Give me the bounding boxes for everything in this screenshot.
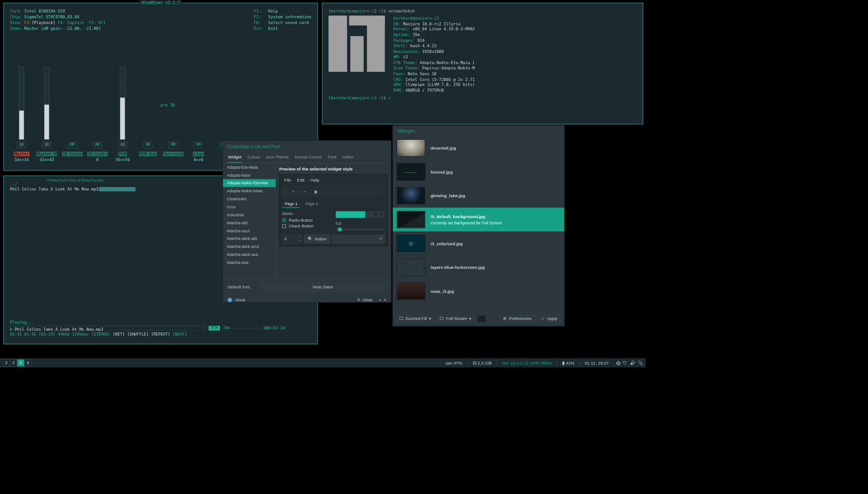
alsamixer-info-right: F1: Help F2: System information F6: Sele… bbox=[254, 8, 311, 32]
lx-check-button[interactable]: Check Button bbox=[282, 224, 331, 228]
manjaro-logo bbox=[329, 16, 385, 72]
lx-menu-file[interactable]: File bbox=[284, 178, 291, 183]
wallpaper-filename: layers-blue-lockscreen.jpg bbox=[430, 265, 485, 270]
tray-icon[interactable]: 📎 bbox=[638, 360, 643, 365]
channel-values: 56<>56 bbox=[112, 158, 134, 162]
forward-icon[interactable]: → bbox=[301, 188, 308, 195]
nitrogen-item[interactable]: layers-blue-lockscreen.jpg bbox=[393, 255, 564, 279]
clock: 01.11. 18:27 bbox=[585, 360, 609, 365]
channel-name: 3D Contr bbox=[87, 152, 108, 156]
lx-tab-mouse-cursor[interactable]: Mouse Cursor bbox=[294, 153, 323, 163]
lx-slider[interactable] bbox=[336, 228, 385, 230]
wallpaper-filename: i3_default_background.jpg bbox=[430, 214, 502, 219]
lx-spinbox[interactable]: ▴▾ bbox=[282, 235, 302, 243]
lx-demo-combo[interactable] bbox=[332, 235, 385, 243]
back-icon[interactable]: ← bbox=[290, 188, 297, 195]
display-icon: 🖵 bbox=[440, 316, 444, 321]
search-icon: 🔍 bbox=[308, 236, 313, 241]
lx-title: Customise Look and Feel bbox=[223, 141, 391, 150]
lx-theme-item[interactable]: Clearlooks bbox=[223, 195, 276, 203]
workspace-4[interactable]: 4 bbox=[17, 359, 24, 366]
wallpaper-subtitle: Currently set background for Full Screen bbox=[430, 220, 502, 225]
lx-theme-item[interactable]: Adapta-Eta-Maia bbox=[223, 163, 276, 171]
lx-tab-other[interactable]: Other bbox=[342, 153, 354, 163]
nitrogen-preferences-button[interactable]: ⚙Preferences bbox=[499, 315, 535, 323]
nitrogen-item[interactable]: deserted.jpg bbox=[393, 136, 564, 160]
lx-theme-item[interactable]: Adapta-Nokto-Maia bbox=[223, 187, 276, 195]
channel-3D Contr[interactable]: MM3D Contr bbox=[61, 60, 83, 163]
lx-theme-item[interactable]: Adapta-Maia bbox=[223, 171, 276, 179]
channel-name: PCM bbox=[118, 152, 127, 156]
lx-font-button[interactable]: Noto Sans bbox=[260, 282, 387, 292]
lx-preview-toolbar: ← → ◉ bbox=[282, 186, 385, 197]
lx-close-button[interactable]: ✕Close bbox=[357, 298, 373, 302]
nitrogen-apply-button[interactable]: ✓Apply bbox=[538, 315, 561, 323]
lx-theme-item[interactable]: Crux bbox=[223, 203, 276, 211]
lx-menu-help[interactable]: Help bbox=[310, 178, 319, 183]
terminal-prompt-line: [bernhard@manjaro-i3 ~]$ screenfetch bbox=[329, 8, 637, 14]
wallpaper-thumbnail bbox=[397, 139, 425, 157]
nitrogen-bgcolor[interactable] bbox=[477, 315, 486, 322]
wallpaper-thumbnail bbox=[397, 211, 425, 228]
lx-demo-button[interactable]: 🔍button bbox=[304, 235, 330, 243]
channel-name: 3D Contr bbox=[62, 152, 82, 156]
channel-Master[interactable]: OOMaster34<>34 bbox=[11, 60, 32, 163]
workspace-8[interactable]: 8 bbox=[24, 359, 32, 366]
lx-theme-item[interactable]: Matcha-dark-azul bbox=[223, 243, 276, 251]
nitrogen-item[interactable]: future2.jpg bbox=[393, 160, 564, 184]
tray-icon[interactable]: 🛡 bbox=[623, 360, 627, 365]
ram-icon: ⊟ bbox=[473, 360, 476, 365]
nitrogen-item[interactable]: glowing_lake.jpg bbox=[393, 184, 564, 208]
chevron-down-icon[interactable]: ▾ bbox=[297, 239, 302, 243]
lx-tab-widget[interactable]: Widget bbox=[227, 153, 242, 163]
channel-name: Surround bbox=[163, 152, 183, 156]
lx-theme-item[interactable]: Matcha-dark-sea bbox=[223, 251, 276, 259]
stop-icon[interactable]: ◉ bbox=[312, 188, 320, 195]
channel-PCM Out[interactable]: MMPCM Out bbox=[137, 60, 159, 163]
lx-radio-button[interactable]: Radio Button bbox=[282, 218, 331, 223]
lx-tabs: WidgetColourIcon ThemeMouse CursorFontOt… bbox=[223, 151, 391, 163]
workspace-3[interactable]: 3 bbox=[10, 359, 17, 366]
nitrogen-item[interactable]: i3_solarized.jpg bbox=[393, 231, 564, 255]
channel-Surround[interactable]: MMSurround bbox=[162, 60, 184, 163]
lx-tab-font[interactable]: Font bbox=[327, 153, 337, 163]
gear-icon: ⚙ bbox=[503, 316, 507, 321]
lx-theme-item[interactable]: Matcha-aliz bbox=[223, 219, 276, 227]
channel-Master M[interactable]: OOMaster M43<>43 bbox=[36, 60, 58, 163]
battery-status: ▮ 41% bbox=[562, 360, 574, 365]
lx-menu-edit[interactable]: Edit bbox=[297, 178, 304, 183]
nitrogen-item[interactable]: i3_default_background.jpgCurrently set b… bbox=[393, 207, 564, 231]
channel-state: MM bbox=[169, 142, 178, 148]
channel-state: OO bbox=[118, 142, 127, 148]
nitrogen-mode-dropdown[interactable]: 🖵Zoomed Fill▾ bbox=[396, 315, 434, 323]
channel-values: 0<>0 bbox=[187, 158, 209, 162]
chevron-up-icon[interactable]: ▴ bbox=[297, 235, 302, 239]
tray-icon[interactable]: 🔊 bbox=[630, 360, 635, 365]
lx-theme-item[interactable]: Matcha-dark-aliz bbox=[223, 235, 276, 243]
lx-theme-item[interactable]: Matcha-sea bbox=[223, 259, 276, 267]
lx-theme-item[interactable]: Industrial bbox=[223, 211, 276, 219]
lx-theme-item[interactable]: Matcha-azul bbox=[223, 227, 276, 235]
channel-values: 34<>34 bbox=[11, 158, 32, 162]
workspace-2[interactable]: 2 bbox=[3, 359, 10, 366]
lx-page-tab-2[interactable]: Page 2 bbox=[303, 200, 320, 208]
wallpaper-thumbnail bbox=[397, 187, 425, 204]
lx-theme-item[interactable]: Adapta-Nokto-Eta-Mai bbox=[223, 179, 276, 187]
channel-PCM[interactable]: OOPCM56<>56 bbox=[112, 60, 134, 163]
battery-icon: ▮ bbox=[562, 360, 564, 365]
workspace-switcher: 2348 bbox=[3, 359, 32, 366]
lx-tab-colour[interactable]: Colour bbox=[247, 153, 261, 163]
wallpaper-filename: future2.jpg bbox=[430, 170, 453, 174]
lx-about-button[interactable]: iAbout bbox=[227, 298, 245, 302]
wallpaper-filename: i3_solarized.jpg bbox=[430, 241, 463, 246]
lx-page-tab-1[interactable]: Page 1 bbox=[282, 200, 300, 208]
nitrogen-screen-dropdown[interactable]: 🖵Full Screen▾ bbox=[437, 315, 475, 323]
nitrogen-item[interactable]: maia_i3.jpg bbox=[393, 279, 564, 303]
channel-3D Contr[interactable]: MM3D Contr0 bbox=[86, 60, 108, 163]
lx-tab-icon-theme[interactable]: Icon Theme bbox=[266, 153, 290, 163]
lx-apply-button[interactable]: ✓A bbox=[378, 298, 386, 302]
alsamixer-title: AlsaMixer v1.1.7 bbox=[139, 0, 182, 5]
terminal-screenfetch[interactable]: [bernhard@manjaro-i3 ~]$ screenfetch ber… bbox=[322, 3, 643, 125]
tray-icon[interactable]: ⏻ bbox=[616, 360, 621, 365]
channel-Line[interactable]: MMLine0<>0 bbox=[187, 60, 209, 163]
